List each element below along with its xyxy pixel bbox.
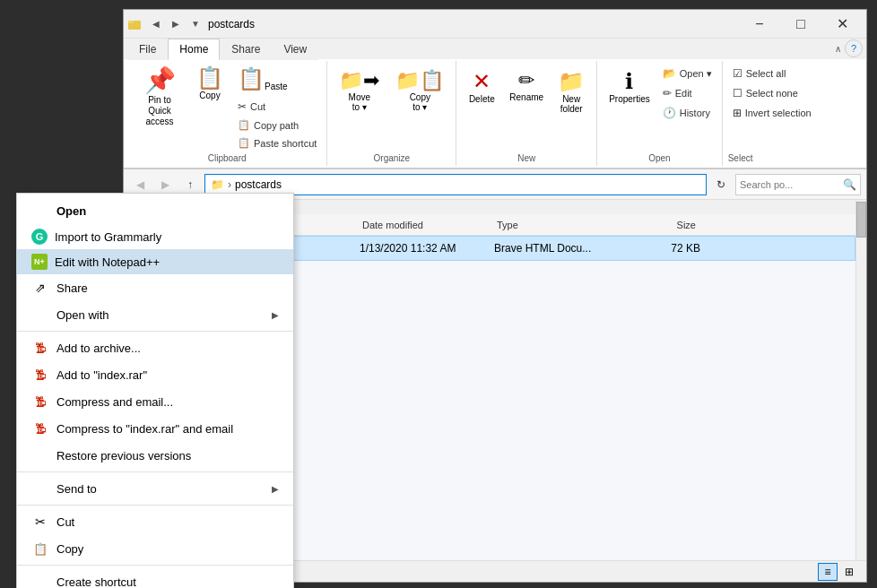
paste-shortcut-button[interactable]: 📋 Paste shortcut [233, 134, 321, 151]
rename-button[interactable]: ✏ Rename [503, 65, 550, 107]
tab-view[interactable]: View [272, 39, 318, 60]
ctx-index-rar-label: Add to "index.rar" [56, 368, 279, 382]
ctx-open-icon [31, 202, 49, 220]
path-separator: › [228, 178, 231, 191]
new-folder-icon: 📁 [558, 69, 585, 94]
ctx-send-to-label: Send to [56, 482, 272, 496]
ctx-create-shortcut[interactable]: Create shortcut [17, 568, 293, 588]
ctx-sep-2 [17, 471, 293, 472]
copy-path-button[interactable]: 📋 Copy path [233, 117, 321, 134]
ctx-open-with-icon [31, 306, 49, 324]
select-all-icon: ☑ [733, 67, 742, 80]
maximize-button[interactable]: □ [780, 10, 821, 39]
properties-button[interactable]: ℹ Properties [603, 65, 656, 108]
select-group-label: Select [728, 153, 753, 166]
scroll-thumb[interactable] [856, 202, 866, 238]
ctx-restore-icon [31, 446, 49, 464]
copy-path-label: Copy path [254, 120, 299, 131]
ctx-restore[interactable]: Restore previous versions [17, 442, 293, 469]
refresh-button[interactable]: ↻ [710, 174, 732, 195]
organize-group-label: Organize [374, 153, 411, 166]
ctx-send-to[interactable]: Send to ▶ [17, 475, 293, 502]
ctx-send-to-arrow: ▶ [272, 484, 279, 494]
pin-to-quick-access-button[interactable]: 📌 Pin to Quick access [131, 61, 188, 132]
paste-button[interactable]: 📋 Paste [231, 61, 294, 96]
ctx-edit-notepad[interactable]: N+ Edit with Notepad++ [17, 249, 293, 274]
quick-access-forward[interactable]: ▶ [167, 15, 185, 33]
search-box[interactable]: 🔍 [735, 174, 861, 195]
rename-icon: ✏ [518, 69, 534, 92]
up-button[interactable]: ↑ [179, 174, 201, 195]
col-type[interactable]: Type [493, 218, 628, 232]
ctx-open[interactable]: Open [17, 197, 293, 224]
ctx-grammarly-label: Import to Grammarly [55, 230, 279, 244]
new-folder-label: Newfolder [560, 94, 583, 114]
ctx-create-shortcut-label: Create shortcut [56, 575, 279, 589]
ctx-add-archive[interactable]: 🗜 Add to archive... [17, 334, 293, 361]
new-group-label: New [517, 153, 535, 166]
address-path: postcards [235, 178, 282, 191]
move-to-button[interactable]: 📁➡ Moveto ▾ [333, 65, 386, 117]
col-date[interactable]: Date modified [359, 218, 493, 232]
ctx-compress-email[interactable]: 🗜 Compress and email... [17, 388, 293, 415]
quick-access-down[interactable]: ▼ [187, 15, 204, 33]
ctx-compress-index-email[interactable]: 🗜 Compress to "index.rar" and email [17, 415, 293, 442]
tab-home[interactable]: Home [168, 39, 220, 60]
back-button[interactable]: ◀ [129, 174, 151, 195]
path-icon: 📁 [211, 178, 224, 191]
ctx-add-index-rar[interactable]: 🗜 Add to "index.rar" [17, 361, 293, 388]
col-size[interactable]: Size [628, 218, 699, 232]
quick-access-back[interactable]: ◀ [147, 15, 165, 33]
ctx-send-to-icon [31, 480, 49, 497]
ctx-index-rar-icon: 🗜 [31, 366, 49, 384]
ctx-cut[interactable]: ✂ Cut [17, 508, 293, 535]
context-menu: Open G Import to Grammarly N+ Edit with … [16, 193, 294, 588]
move-to-label: Moveto ▾ [349, 92, 370, 112]
search-icon: 🔍 [843, 178, 856, 191]
open-button[interactable]: 📂 Open ▾ [658, 65, 716, 82]
cut-label: Cut [250, 101, 265, 112]
tab-file[interactable]: File [127, 39, 168, 60]
ctx-compress-index-icon: 🗜 [31, 419, 49, 437]
minimize-button[interactable]: − [739, 10, 780, 39]
properties-icon: ℹ [625, 69, 633, 94]
edit-button[interactable]: ✏ Edit [658, 84, 716, 102]
ctx-open-label: Open [56, 204, 279, 218]
ctx-open-with[interactable]: Open with ▶ [17, 301, 293, 328]
open-icon: 📂 [663, 67, 676, 80]
tab-share[interactable]: Share [220, 39, 272, 60]
ribbon-collapse-icon[interactable]: ∧ [835, 44, 841, 54]
ctx-cut-icon: ✂ [31, 513, 49, 531]
new-folder-button[interactable]: 📁 Newfolder [551, 65, 591, 118]
invert-selection-icon: ⊞ [733, 107, 742, 119]
copy-to-button[interactable]: 📁📋 Copyto ▾ [389, 65, 450, 117]
scrollbar[interactable] [855, 200, 866, 560]
help-button[interactable]: ? [845, 39, 863, 57]
history-icon: 🕐 [663, 107, 676, 119]
select-none-button[interactable]: ☐ Select none [728, 84, 816, 102]
cut-button[interactable]: ✂ Cut [233, 98, 321, 116]
search-input[interactable] [740, 179, 843, 190]
ctx-copy[interactable]: 📋 Copy [17, 535, 293, 562]
window-icon [127, 17, 142, 31]
history-button[interactable]: 🕐 History [658, 104, 716, 122]
ctx-share[interactable]: ⇗ Share [17, 274, 293, 301]
invert-selection-button[interactable]: ⊞ Invert selection [728, 104, 816, 122]
file-type: Brave HTML Docu... [494, 242, 629, 255]
copy-icon: 📋 [196, 65, 223, 91]
select-all-button[interactable]: ☑ Select all [728, 65, 816, 82]
address-input[interactable]: 📁 › postcards [204, 174, 707, 195]
view-buttons: ≡ ⊞ [818, 563, 859, 581]
delete-label: Delete [469, 94, 495, 104]
ctx-import-grammarly[interactable]: G Import to Grammarly [17, 224, 293, 249]
large-icons-view-button[interactable]: ⊞ [839, 563, 859, 581]
close-button[interactable]: ✕ [821, 10, 863, 39]
ctx-compress-icon: 🗜 [31, 393, 49, 411]
ctx-grammarly-icon: G [31, 229, 48, 245]
ribbon: File Home Share View ∧ ? 📌 Pin to Quick … [124, 39, 866, 169]
delete-button[interactable]: ✕ Delete [462, 65, 501, 108]
ctx-compress-label: Compress and email... [56, 395, 279, 409]
forward-button[interactable]: ▶ [154, 174, 176, 195]
copy-button[interactable]: 📋 Copy [190, 61, 230, 105]
details-view-button[interactable]: ≡ [818, 563, 838, 581]
